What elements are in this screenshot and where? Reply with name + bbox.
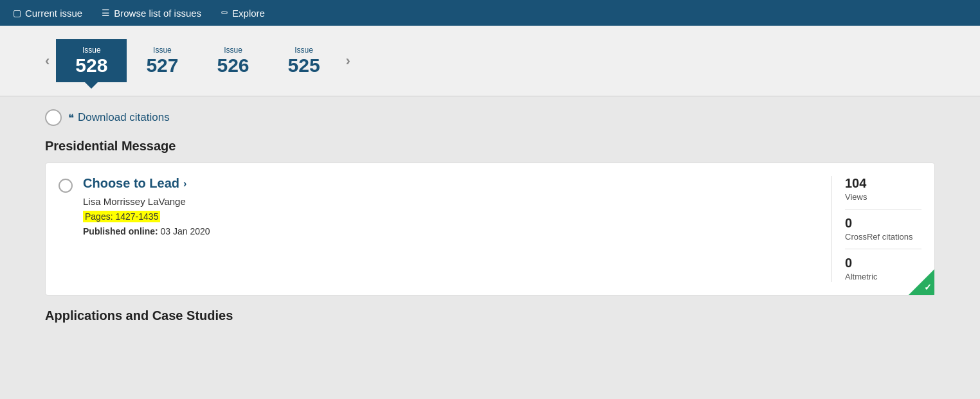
altmetric-stat: 0 Altmetric [845, 256, 878, 282]
published-date: 03 Jan 2020 [161, 226, 210, 236]
issue-tab-527[interactable]: Issue 527 [127, 39, 197, 82]
browse-list-link[interactable]: ☰ Browse list of issues [102, 8, 201, 19]
crossref-label: CrossRef citations [845, 232, 912, 242]
article-title-text: Choose to Lead [83, 176, 179, 191]
issue-tab-527-number: 527 [146, 55, 178, 76]
article-published: Published online: 03 Jan 2020 [83, 226, 819, 236]
article-card: Choose to Lead › Lisa Morrissey LaVange … [45, 163, 935, 296]
crossref-stat: 0 CrossRef citations [845, 216, 912, 242]
browse-list-label: Browse list of issues [114, 8, 201, 19]
issue-tab-527-label: Issue [153, 46, 172, 55]
stat-divider-2 [845, 249, 921, 249]
views-count: 104 [845, 176, 867, 191]
current-issue-label: Current issue [25, 8, 82, 19]
section-heading-presidential: Presidential Message [45, 139, 935, 154]
issue-tab-528[interactable]: Issue 528 [56, 39, 127, 82]
explore-link[interactable]: ⚰ Explore [221, 8, 265, 19]
current-issue-link[interactable]: ▢ Current issue [13, 8, 82, 19]
altmetric-count: 0 [845, 256, 878, 270]
article-pages: Pages: 1427-1435 [83, 211, 160, 222]
published-label: Published online: [83, 226, 158, 236]
explore-label: Explore [232, 8, 265, 19]
views-label: Views [845, 192, 867, 202]
issue-tab-528-label: Issue [82, 46, 101, 55]
issue-tab-525[interactable]: Issue 525 [269, 39, 340, 82]
issue-tab-526-number: 526 [217, 55, 249, 76]
issue-tab-525-label: Issue [295, 46, 313, 55]
section-heading-applications: Applications and Case Studies [45, 308, 935, 323]
article-title-chevron: › [183, 178, 186, 190]
issue-tabs: Issue 528 Issue 527 Issue 526 Issue 525 [56, 39, 339, 82]
article-author: Lisa Morrissey LaVange [83, 196, 819, 207]
download-citations-label: Download citations [78, 111, 170, 124]
download-citations-radio[interactable] [45, 109, 62, 126]
issue-next-button[interactable]: › [340, 53, 357, 69]
article-pages-wrapper: Pages: 1427-1435 [83, 211, 819, 222]
explore-icon: ⚰ [221, 8, 228, 18]
download-citations-link[interactable]: ❝ Download citations [68, 111, 170, 125]
issue-tab-528-number: 528 [75, 55, 107, 76]
issue-tab-526[interactable]: Issue 526 [197, 39, 268, 82]
top-navigation: ▢ Current issue ☰ Browse list of issues … [0, 0, 980, 26]
article-select-radio[interactable] [59, 179, 73, 193]
download-row: ❝ Download citations [45, 109, 935, 126]
article-body: Choose to Lead › Lisa Morrissey LaVange … [83, 176, 819, 236]
altmetric-label: Altmetric [845, 272, 878, 281]
issue-tabs-wrapper: ‹ Issue 528 Issue 527 Issue 526 Issue 52… [0, 26, 980, 96]
crossref-count: 0 [845, 216, 912, 231]
quote-icon: ❝ [68, 111, 74, 125]
browse-list-icon: ☰ [102, 8, 110, 18]
issue-tab-525-number: 525 [288, 55, 320, 76]
main-content: ❝ Download citations Presidential Messag… [0, 96, 980, 336]
issue-tab-526-label: Issue [224, 46, 242, 55]
stats-panel: 104 Views 0 CrossRef citations 0 Altmetr… [831, 176, 921, 282]
article-title-link[interactable]: Choose to Lead › [83, 176, 819, 191]
issue-prev-button[interactable]: ‹ [39, 53, 56, 69]
stat-divider-1 [845, 209, 921, 209]
check-icon: ✓ [924, 282, 932, 292]
current-issue-icon: ▢ [13, 8, 21, 18]
views-stat: 104 Views [845, 176, 867, 202]
